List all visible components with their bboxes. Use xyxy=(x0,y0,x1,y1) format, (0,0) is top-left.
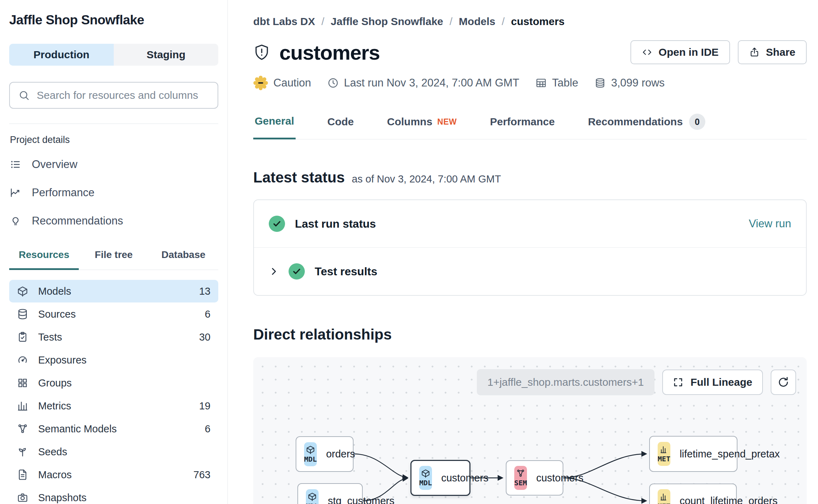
sidebar-item-exposures[interactable]: Exposures xyxy=(9,349,218,371)
lineage-canvas[interactable]: 1+jaffle_shop.marts.customers+1 Full Lin… xyxy=(253,357,807,504)
metric-badge: MET xyxy=(658,442,670,466)
bar-chart-icon xyxy=(659,492,669,501)
sidebar-item-macros[interactable]: Macros 763 xyxy=(9,463,218,486)
sidebar-item-metrics[interactable]: Metrics 19 xyxy=(9,395,218,417)
latest-status-card: Last run status View run Test results xyxy=(253,199,807,296)
tab-file-tree[interactable]: File tree xyxy=(79,249,148,270)
tab-general[interactable]: General xyxy=(253,114,296,139)
meta-row: Caution Last run Nov 3, 2024, 7:00 AM GM… xyxy=(253,76,807,90)
production-toggle-button[interactable]: Production xyxy=(9,44,114,66)
breadcrumb-models[interactable]: Models xyxy=(459,16,495,28)
materialization-label: Table xyxy=(552,77,578,89)
tab-recommendations[interactable]: Recommendations 0 xyxy=(587,114,707,139)
breadcrumb-separator: / xyxy=(502,16,504,28)
last-run-status-row: Last run status View run xyxy=(254,200,806,247)
sidebar-item-sources[interactable]: Sources 6 xyxy=(9,303,218,325)
node-label: customers xyxy=(536,472,583,484)
last-run-label: Last run Nov 3, 2024, 7:00 AM GMT xyxy=(344,77,519,89)
search-input[interactable] xyxy=(37,89,209,101)
share-button[interactable]: Share xyxy=(738,40,807,64)
tab-columns[interactable]: Columns NEW xyxy=(386,114,458,139)
view-run-link[interactable]: View run xyxy=(749,217,791,230)
resource-count: 6 xyxy=(205,308,211,320)
shield-icon xyxy=(253,44,270,61)
resource-label: Seeds xyxy=(38,446,67,458)
status-row-label: Test results xyxy=(315,265,377,278)
last-run-meta: Last run Nov 3, 2024, 7:00 AM GMT xyxy=(327,77,519,89)
resource-list: Models 13 Sources 6 Tests 30 xyxy=(9,280,218,504)
title-actions: Open in IDE Share xyxy=(630,40,807,64)
section-title: Latest status xyxy=(253,169,345,186)
sidebar-item-tests[interactable]: Tests 30 xyxy=(9,326,218,348)
lineage-node-count-lifetime-orders[interactable]: MET count_lifetime_orders xyxy=(649,484,737,504)
sidebar-item-performance[interactable]: Performance xyxy=(9,179,218,207)
as-of-timestamp: as of Nov 3, 2024, 7:00 AM GMT xyxy=(352,173,501,185)
share-icon xyxy=(749,47,760,58)
refresh-lineage-button[interactable] xyxy=(771,370,796,395)
row-count-label: 3,099 rows xyxy=(611,77,665,89)
test-results-row[interactable]: Test results xyxy=(254,247,806,295)
tab-label: General xyxy=(255,115,294,127)
resource-count: 30 xyxy=(199,331,211,343)
breadcrumb-separator: / xyxy=(450,16,452,28)
sidebar-item-semantic-models[interactable]: Semantic Models 6 xyxy=(9,418,218,440)
semantic-model-badge: SEM xyxy=(514,466,527,490)
sidebar-item-overview[interactable]: Overview xyxy=(9,150,218,179)
sidebar-item-seeds[interactable]: Seeds xyxy=(9,440,218,463)
lineage-node-customers-model[interactable]: MDL customers xyxy=(410,460,470,496)
lineage-node-lifetime-spend-pretax[interactable]: MET lifetime_spend_pretax xyxy=(649,436,737,472)
health-label: Caution xyxy=(273,77,311,89)
list-icon xyxy=(10,159,21,170)
sidebar-item-models[interactable]: Models 13 xyxy=(9,280,218,302)
open-in-ide-button[interactable]: Open in IDE xyxy=(630,40,730,64)
tab-label: Performance xyxy=(490,116,555,128)
lineage-node-customers-semantic[interactable]: SEM customers xyxy=(506,460,563,496)
latest-status-heading: Latest status as of Nov 3, 2024, 7:00 AM… xyxy=(253,169,807,186)
database-icon xyxy=(17,308,28,320)
main-content: dbt Labs DX / Jaffle Shop Snowflake / Mo… xyxy=(228,0,818,504)
resource-count: 19 xyxy=(199,400,211,412)
node-label: lifetime_spend_pretax xyxy=(680,448,780,460)
sidebar-item-label: Performance xyxy=(32,186,94,199)
lineage-selector: 1+jaffle_shop.marts.customers+1 xyxy=(477,369,654,395)
resource-label: Sources xyxy=(38,308,76,320)
tab-resources[interactable]: Resources xyxy=(9,249,79,270)
section-title: Direct relationships xyxy=(253,326,392,343)
camera-icon xyxy=(17,492,28,503)
resource-label: Snapshots xyxy=(38,492,87,504)
lineage-node-stg-customers[interactable]: MDL stg_customers xyxy=(297,483,363,504)
breadcrumb: dbt Labs DX / Jaffle Shop Snowflake / Mo… xyxy=(253,16,807,28)
resource-label: Macros xyxy=(38,469,72,481)
staging-toggle-button[interactable]: Staging xyxy=(114,44,218,66)
sidebar-item-recommendations[interactable]: Recommendations xyxy=(9,207,218,235)
sidebar-search[interactable] xyxy=(9,82,218,109)
full-lineage-button[interactable]: Full Lineage xyxy=(662,370,763,395)
resource-count: 763 xyxy=(194,469,211,481)
search-icon xyxy=(18,90,30,101)
chart-line-icon xyxy=(10,187,21,198)
sidebar-tabs: Resources File tree Database xyxy=(9,249,218,270)
sidebar-item-snapshots[interactable]: Snapshots xyxy=(9,486,218,504)
open-in-ide-label: Open in IDE xyxy=(659,46,719,58)
tab-code[interactable]: Code xyxy=(326,114,355,139)
tab-label: Recommendations xyxy=(588,116,683,128)
metric-badge: MET xyxy=(658,489,670,504)
node-label: customers xyxy=(441,472,488,484)
lineage-node-orders[interactable]: MDL orders xyxy=(296,436,354,472)
breadcrumb-account[interactable]: dbt Labs DX xyxy=(253,16,315,28)
sidebar-item-groups[interactable]: Groups xyxy=(9,372,218,394)
chevron-right-icon[interactable] xyxy=(269,266,279,276)
breadcrumb-project[interactable]: Jaffle Shop Snowflake xyxy=(331,16,443,28)
bar-chart-icon xyxy=(17,400,28,412)
breadcrumb-separator: / xyxy=(321,16,324,28)
resource-count: 13 xyxy=(199,286,211,297)
tab-database[interactable]: Database xyxy=(149,249,218,270)
cube-icon xyxy=(306,445,315,454)
tab-performance[interactable]: Performance xyxy=(488,114,556,139)
sprout-icon xyxy=(17,446,28,457)
resource-label: Metrics xyxy=(38,400,71,412)
refresh-icon xyxy=(777,376,789,388)
clipboard-check-icon xyxy=(17,331,28,343)
resource-label: Semantic Models xyxy=(38,423,117,435)
project-details-label: Project details xyxy=(10,134,218,145)
